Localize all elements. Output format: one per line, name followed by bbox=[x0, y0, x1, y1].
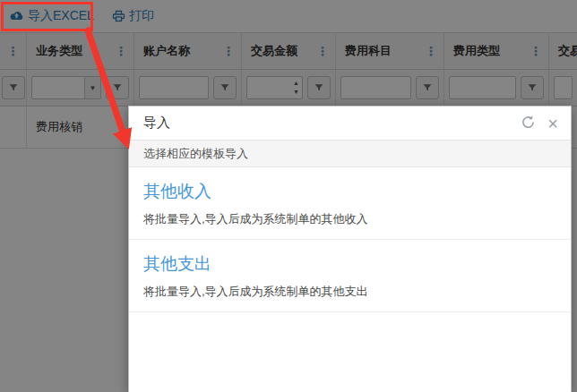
app-window: 导入EXCEL 打印 ⋮ 业务类型 bbox=[0, 0, 577, 392]
option-desc-other-expense: 将批量导入,导入后成为系统制单的其他支出 bbox=[143, 284, 556, 300]
option-title-other-income[interactable]: 其他收入 bbox=[143, 182, 556, 201]
dialog-subtitle: 选择相应的模板导入 bbox=[129, 141, 571, 167]
dialog-header: 导入 × bbox=[129, 107, 571, 141]
dialog-title: 导入 bbox=[143, 115, 170, 132]
option-desc-other-income: 将批量导入,导入后成为系统制单的其他收入 bbox=[143, 211, 556, 227]
option-title-other-expense[interactable]: 其他支出 bbox=[143, 254, 556, 274]
dialog-body: 其他收入 将批量导入,导入后成为系统制单的其他收入 其他支出 将批量导入,导入后… bbox=[129, 167, 571, 312]
refresh-button[interactable] bbox=[521, 115, 536, 132]
refresh-icon bbox=[521, 115, 536, 132]
dialog-actions: × bbox=[521, 115, 558, 132]
import-dialog: 导入 × 选择相应的模板导入 其他收入 将批量导入 bbox=[128, 106, 572, 392]
import-option-other-income[interactable]: 其他收入 将批量导入,导入后成为系统制单的其他收入 bbox=[129, 167, 571, 240]
close-icon: × bbox=[547, 115, 558, 132]
close-button[interactable]: × bbox=[547, 115, 558, 132]
import-option-other-expense[interactable]: 其他支出 将批量导入,导入后成为系统制单的其他支出 bbox=[129, 240, 571, 312]
